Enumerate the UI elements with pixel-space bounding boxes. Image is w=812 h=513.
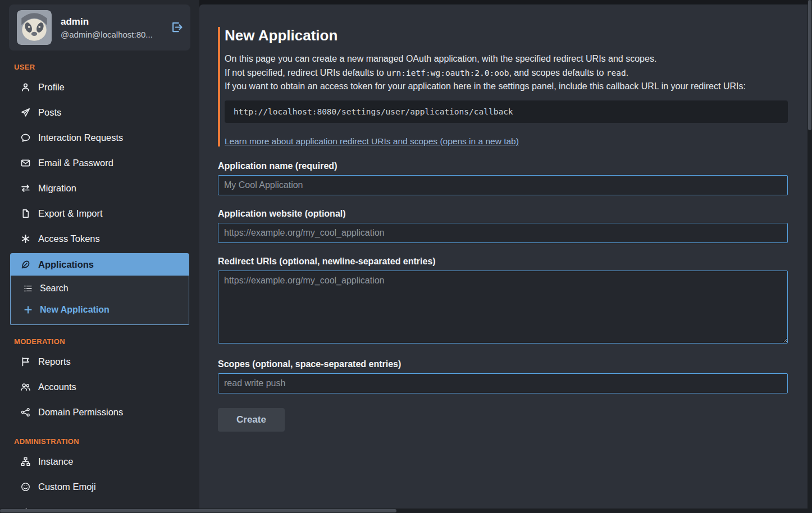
- intro-line-3: If you want to obtain an access token fo…: [225, 80, 788, 94]
- sidebar-item-custom-emoji[interactable]: Custom Emoji: [0, 474, 199, 500]
- sidebar-item-label: Profile: [38, 82, 65, 93]
- envelope-icon: [20, 158, 31, 168]
- sidebar-item-domain-permissions[interactable]: Domain Permissions: [0, 400, 199, 425]
- application-name-field: Application name (required): [218, 161, 788, 195]
- share-nodes-icon: [20, 407, 31, 417]
- sidebar-item-label: Custom Emoji: [38, 482, 96, 492]
- vertical-scrollbar[interactable]: [808, 0, 812, 513]
- field-label: Redirect URIs (optional, newline-separat…: [218, 256, 788, 267]
- sidebar-item-applications-search[interactable]: Search: [11, 278, 189, 299]
- sidebar-item-label: Export & Import: [38, 208, 103, 219]
- sidebar-item-label: Reports: [38, 356, 71, 367]
- applications-submenu: Search New Application: [10, 276, 189, 325]
- application-website-field: Application website (optional): [218, 209, 788, 243]
- flag-icon: [20, 357, 31, 367]
- sidebar-item-access-tokens[interactable]: Access Tokens: [0, 226, 199, 251]
- sidebar-item-label: Applications: [38, 259, 94, 270]
- user-card[interactable]: admin @admin@localhost:80...: [9, 4, 190, 51]
- application-website-input[interactable]: [218, 223, 788, 243]
- field-label: Application name (required): [218, 161, 788, 171]
- scopes-input[interactable]: [218, 373, 788, 393]
- sidebar-item-posts[interactable]: Posts: [0, 100, 199, 125]
- sidebar-item-label: Domain Permissions: [38, 407, 123, 418]
- avatar: [17, 10, 52, 45]
- paper-plane-icon: [20, 108, 31, 117]
- new-application-form: Application name (required) Application …: [218, 161, 788, 432]
- feather-icon: [20, 260, 31, 269]
- sidebar-item-interaction-requests[interactable]: Interaction Requests: [0, 125, 199, 150]
- section-label-moderation: MODERATION: [14, 337, 199, 346]
- main-area: New Application On this page you can cre…: [199, 0, 808, 509]
- plus-icon: [23, 305, 33, 314]
- user-icon: [20, 83, 31, 92]
- sidebar-item-instance[interactable]: Instance: [0, 449, 199, 474]
- list-icon: [23, 284, 33, 293]
- sidebar-item-label: Accounts: [38, 382, 76, 392]
- field-label: Application website (optional): [218, 209, 788, 219]
- sidebar-item-label: Access Tokens: [38, 233, 100, 244]
- comment-icon: [20, 133, 31, 143]
- horizontal-scrollbar-thumb[interactable]: [0, 509, 396, 512]
- sidebar: admin @admin@localhost:80... USER Profil…: [0, 0, 199, 513]
- sidebar-item-label: New Application: [40, 305, 110, 315]
- sitemap-icon: [20, 457, 31, 466]
- redirect-uris-field: Redirect URIs (optional, newline-separat…: [218, 256, 788, 346]
- sidebar-item-accounts[interactable]: Accounts: [0, 374, 199, 400]
- sidebar-item-label: Email & Password: [38, 158, 113, 168]
- sidebar-item-label: Posts: [38, 107, 61, 118]
- application-name-input[interactable]: [218, 175, 788, 195]
- file-export-icon: [20, 209, 31, 218]
- callback-url-code-block: http://localhost:8080/settings/user/appl…: [225, 100, 788, 123]
- sidebar-item-label: Search: [40, 283, 69, 294]
- sidebar-item-export-import[interactable]: Export & Import: [0, 201, 199, 226]
- sidebar-item-applications[interactable]: Applications: [10, 253, 189, 276]
- smile-icon: [20, 482, 31, 492]
- user-handle: @admin@localhost:80...: [61, 30, 153, 39]
- page-title: New Application: [225, 27, 788, 44]
- sidebar-item-new-application[interactable]: New Application: [11, 299, 189, 320]
- vertical-scrollbar-thumb[interactable]: [808, 0, 811, 130]
- sidebar-item-profile[interactable]: Profile: [0, 75, 199, 100]
- intro-line-2: If not specified, redirect URIs defaults…: [225, 66, 788, 80]
- redirect-uris-textarea[interactable]: [218, 271, 788, 343]
- sidebar-item-migration[interactable]: Migration: [0, 176, 199, 201]
- user-meta: admin @admin@localhost:80...: [61, 16, 153, 39]
- asterisk-icon: [20, 234, 31, 244]
- sidebar-item-email-password[interactable]: Email & Password: [0, 150, 199, 176]
- sidebar-item-label: Migration: [38, 183, 76, 194]
- field-label: Scopes (optional, space-separated entrie…: [218, 359, 788, 369]
- transfer-arrows-icon: [20, 184, 31, 193]
- intro-line-1: On this page you can create a new manage…: [225, 52, 788, 66]
- horizontal-scrollbar[interactable]: [0, 509, 812, 513]
- learn-more-link[interactable]: Learn more about application redirect UR…: [225, 136, 519, 146]
- create-button[interactable]: Create: [218, 408, 285, 432]
- default-scope-code: read: [606, 68, 626, 77]
- user-name: admin: [61, 16, 153, 28]
- sign-out-icon[interactable]: [171, 21, 183, 33]
- default-redirect-uri-code: urn:ietf:wg:oauth:2.0:oob: [386, 68, 509, 77]
- scopes-field: Scopes (optional, space-separated entrie…: [218, 359, 788, 393]
- sidebar-item-reports[interactable]: Reports: [0, 349, 199, 374]
- main-panel: New Application On this page you can cre…: [199, 4, 808, 509]
- users-icon: [20, 382, 31, 392]
- intro-block: New Application On this page you can cre…: [218, 27, 788, 146]
- section-label-user: USER: [14, 63, 199, 71]
- sidebar-item-label: Instance: [38, 456, 73, 467]
- section-label-administration: ADMINISTRATION: [14, 437, 199, 446]
- sidebar-item-label: Interaction Requests: [38, 132, 123, 143]
